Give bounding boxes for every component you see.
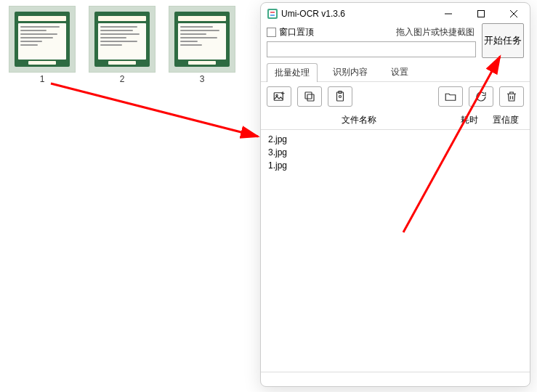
thumbnail-item[interactable]: 3 [169, 6, 235, 84]
svg-rect-5 [274, 93, 283, 101]
copy-button[interactable] [297, 86, 322, 107]
open-folder-button[interactable] [438, 86, 463, 107]
tab-batch[interactable]: 批量处理 [267, 63, 318, 82]
header-confidence: 置信度 [488, 114, 524, 126]
copy-icon [303, 90, 316, 103]
file-list[interactable]: 2.jpg 3.jpg 1.jpg [261, 130, 530, 372]
close-icon [510, 10, 517, 17]
svg-rect-2 [270, 12, 275, 13]
tab-result[interactable]: 识别内容 [325, 62, 376, 81]
add-image-button[interactable] [267, 86, 291, 107]
thumbnail-label: 2 [120, 74, 125, 84]
folder-icon [444, 90, 457, 103]
thumbnail-image [9, 6, 76, 73]
list-item[interactable]: 1.jpg [268, 159, 522, 172]
minimize-button[interactable] [432, 3, 464, 25]
thumbnail-image [169, 6, 235, 73]
svg-point-11 [339, 96, 342, 98]
path-input[interactable] [267, 41, 476, 57]
tabs: 批量处理 识别内容 设置 [261, 60, 530, 82]
clipboard-image-button[interactable] [328, 86, 352, 107]
thumbnail-item[interactable]: 2 [89, 6, 156, 84]
tab-settings[interactable]: 设置 [383, 62, 416, 81]
header-filename: 文件名称 [267, 114, 451, 126]
list-item[interactable]: 3.jpg [268, 146, 522, 159]
pin-checkbox[interactable] [267, 28, 276, 37]
app-icon [267, 8, 278, 20]
app-window: Umi-OCR v1.3.6 窗口置顶 拖入图片或快捷截图 [260, 2, 530, 387]
file-name: 3.jpg [268, 147, 287, 158]
clipboard-image-icon [334, 90, 347, 103]
maximize-button[interactable] [464, 3, 497, 25]
svg-rect-8 [305, 92, 312, 99]
maximize-icon [477, 10, 485, 17]
tab-label: 识别内容 [333, 67, 368, 77]
refresh-icon [475, 90, 488, 103]
delete-button[interactable] [499, 86, 524, 107]
svg-rect-4 [477, 11, 484, 17]
desktop-thumbnails: 1 2 [9, 6, 235, 84]
thumbnail-item[interactable]: 1 [9, 6, 76, 84]
pin-checkbox-label: 窗口置顶 [279, 26, 314, 38]
svg-rect-7 [307, 94, 314, 101]
header-time: 耗时 [451, 114, 488, 126]
thumbnail-label: 1 [40, 74, 45, 84]
thumbnail-image [89, 6, 156, 73]
file-name: 2.jpg [268, 134, 287, 144]
start-task-label: 开始任务 [484, 34, 522, 47]
tab-label: 设置 [391, 67, 408, 77]
svg-line-12 [51, 83, 258, 136]
table-header: 文件名称 耗时 置信度 [261, 111, 530, 130]
tab-label: 批量处理 [275, 68, 310, 78]
svg-rect-1 [269, 10, 276, 17]
titlebar[interactable]: Umi-OCR v1.3.6 [261, 3, 530, 25]
statusbar [261, 372, 530, 386]
svg-rect-3 [270, 15, 275, 16]
image-add-icon [272, 90, 286, 103]
trash-icon [505, 90, 518, 103]
minimize-icon [445, 10, 452, 17]
refresh-button[interactable] [469, 86, 493, 107]
close-button[interactable] [497, 3, 530, 25]
drop-hint: 拖入图片或快捷截图 [317, 26, 476, 38]
window-title: Umi-OCR v1.3.6 [281, 9, 432, 19]
list-item[interactable]: 2.jpg [268, 133, 522, 146]
toolbar [261, 82, 530, 111]
start-task-button[interactable]: 开始任务 [482, 23, 524, 58]
thumbnail-label: 3 [200, 74, 205, 84]
file-name: 1.jpg [268, 160, 287, 171]
pin-checkbox-wrap[interactable]: 窗口置顶 [267, 26, 314, 38]
